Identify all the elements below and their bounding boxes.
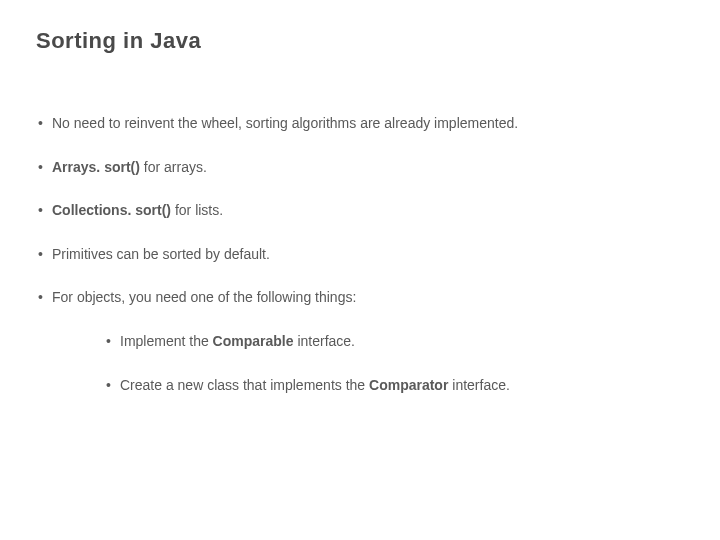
sub-bullet-bold: Comparator — [369, 377, 448, 393]
sub-bullet-item: Implement the Comparable interface. — [104, 332, 684, 352]
bullet-text-bold: Arrays. sort() — [52, 159, 140, 175]
slide-title: Sorting in Java — [36, 28, 684, 54]
sub-bullet-suffix: interface. — [294, 333, 355, 349]
sub-bullet-suffix: interface. — [448, 377, 509, 393]
bullet-text-suffix: No need to reinvent the wheel, sorting a… — [52, 115, 518, 131]
bullet-item: Arrays. sort() for arrays. — [36, 158, 684, 178]
sub-bullet-bold: Comparable — [213, 333, 294, 349]
sub-bullet-prefix: Create a new class that implements the — [120, 377, 369, 393]
bullet-item: Primitives can be sorted by default. — [36, 245, 684, 265]
sub-bullet-prefix: Implement the — [120, 333, 213, 349]
bullet-text-suffix: Primitives can be sorted by default. — [52, 246, 270, 262]
bullet-text-suffix: for lists. — [171, 202, 223, 218]
sub-bullet-list: Implement the Comparable interface. Crea… — [104, 332, 684, 395]
bullet-item: Collections. sort() for lists. — [36, 201, 684, 221]
bullet-text-suffix: For objects, you need one of the followi… — [52, 289, 356, 305]
bullet-item: For objects, you need one of the followi… — [36, 288, 684, 395]
bullet-text-suffix: for arrays. — [140, 159, 207, 175]
sub-bullet-item: Create a new class that implements the C… — [104, 376, 684, 396]
bullet-item: No need to reinvent the wheel, sorting a… — [36, 114, 684, 134]
bullet-text-bold: Collections. sort() — [52, 202, 171, 218]
main-bullet-list: No need to reinvent the wheel, sorting a… — [36, 114, 684, 395]
